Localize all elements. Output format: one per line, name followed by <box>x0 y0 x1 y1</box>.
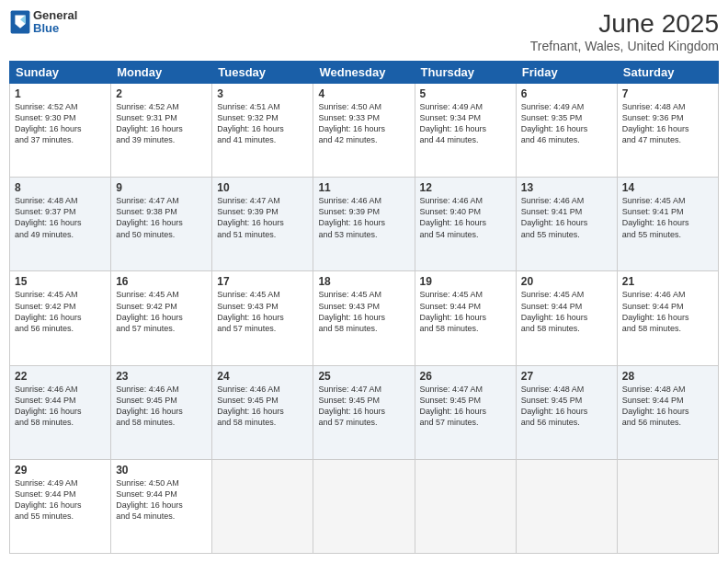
day-25: 25 Sunrise: 4:47 AMSunset: 9:45 PMDaylig… <box>313 365 415 459</box>
logo-general-text: General <box>33 9 77 22</box>
day-14: 14 Sunrise: 4:45 AMSunset: 9:41 PMDaylig… <box>617 178 718 271</box>
day-23: 23 Sunrise: 4:46 AMSunset: 9:45 PMDaylig… <box>111 365 212 459</box>
title-area: June 2025 Trefnant, Wales, United Kingdo… <box>530 9 719 53</box>
day-30: 30 Sunrise: 4:50 AMSunset: 9:44 PMDaylig… <box>111 459 212 553</box>
col-friday: Friday <box>516 62 617 84</box>
col-sunday: Sunday <box>10 62 111 84</box>
header: General Blue June 2025 Trefnant, Wales, … <box>9 9 719 53</box>
subtitle: Trefnant, Wales, United Kingdom <box>530 39 719 53</box>
day-19: 19 Sunrise: 4:45 AMSunset: 9:44 PMDaylig… <box>415 271 516 365</box>
day-3: 3 Sunrise: 4:51 AMSunset: 9:32 PMDayligh… <box>212 84 313 178</box>
day-empty-3 <box>415 459 516 553</box>
main-title: June 2025 <box>530 9 719 39</box>
col-tuesday: Tuesday <box>212 62 313 84</box>
col-saturday: Saturday <box>617 62 718 84</box>
day-18: 18 Sunrise: 4:45 AMSunset: 9:43 PMDaylig… <box>313 271 415 365</box>
day-2: 2 Sunrise: 4:52 AMSunset: 9:31 PMDayligh… <box>111 84 212 178</box>
day-15: 15 Sunrise: 4:45 AMSunset: 9:42 PMDaylig… <box>10 271 111 365</box>
day-empty-2 <box>313 459 415 553</box>
day-9: 9 Sunrise: 4:47 AMSunset: 9:38 PMDayligh… <box>111 178 212 271</box>
day-24: 24 Sunrise: 4:46 AMSunset: 9:45 PMDaylig… <box>212 365 313 459</box>
calendar-row-4: 22 Sunrise: 4:46 AMSunset: 9:44 PMDaylig… <box>10 365 719 459</box>
page: General Blue June 2025 Trefnant, Wales, … <box>0 0 728 563</box>
day-6: 6 Sunrise: 4:49 AMSunset: 9:35 PMDayligh… <box>516 84 617 178</box>
day-1: 1 Sunrise: 4:52 AMSunset: 9:30 PMDayligh… <box>10 84 111 178</box>
col-thursday: Thursday <box>415 62 516 84</box>
col-wednesday: Wednesday <box>313 62 415 84</box>
calendar-row-2: 8 Sunrise: 4:48 AMSunset: 9:37 PMDayligh… <box>10 178 719 271</box>
day-empty-1 <box>212 459 313 553</box>
day-17: 17 Sunrise: 4:45 AMSunset: 9:43 PMDaylig… <box>212 271 313 365</box>
calendar-row-1: 1 Sunrise: 4:52 AMSunset: 9:30 PMDayligh… <box>10 84 719 178</box>
calendar-row-3: 15 Sunrise: 4:45 AMSunset: 9:42 PMDaylig… <box>10 271 719 365</box>
day-26: 26 Sunrise: 4:47 AMSunset: 9:45 PMDaylig… <box>415 365 516 459</box>
logo-icon <box>9 9 31 35</box>
day-21: 21 Sunrise: 4:46 AMSunset: 9:44 PMDaylig… <box>617 271 718 365</box>
day-empty-4 <box>516 459 617 553</box>
day-20: 20 Sunrise: 4:45 AMSunset: 9:44 PMDaylig… <box>516 271 617 365</box>
day-16: 16 Sunrise: 4:45 AMSunset: 9:42 PMDaylig… <box>111 271 212 365</box>
day-8: 8 Sunrise: 4:48 AMSunset: 9:37 PMDayligh… <box>10 178 111 271</box>
day-22: 22 Sunrise: 4:46 AMSunset: 9:44 PMDaylig… <box>10 365 111 459</box>
day-29: 29 Sunrise: 4:49 AMSunset: 9:44 PMDaylig… <box>10 459 111 553</box>
day-7: 7 Sunrise: 4:48 AMSunset: 9:36 PMDayligh… <box>617 84 718 178</box>
day-11: 11 Sunrise: 4:46 AMSunset: 9:39 PMDaylig… <box>313 178 415 271</box>
logo: General Blue <box>9 9 77 36</box>
calendar-table: Sunday Monday Tuesday Wednesday Thursday… <box>9 61 719 554</box>
logo-blue-text: Blue <box>33 22 77 35</box>
logo-text: General Blue <box>33 9 77 36</box>
day-4: 4 Sunrise: 4:50 AMSunset: 9:33 PMDayligh… <box>313 84 415 178</box>
day-5: 5 Sunrise: 4:49 AMSunset: 9:34 PMDayligh… <box>415 84 516 178</box>
day-28: 28 Sunrise: 4:48 AMSunset: 9:44 PMDaylig… <box>617 365 718 459</box>
calendar-header-row: Sunday Monday Tuesday Wednesday Thursday… <box>10 62 719 84</box>
calendar-row-5: 29 Sunrise: 4:49 AMSunset: 9:44 PMDaylig… <box>10 459 719 553</box>
day-13: 13 Sunrise: 4:46 AMSunset: 9:41 PMDaylig… <box>516 178 617 271</box>
day-empty-5 <box>617 459 718 553</box>
col-monday: Monday <box>111 62 212 84</box>
day-12: 12 Sunrise: 4:46 AMSunset: 9:40 PMDaylig… <box>415 178 516 271</box>
day-10: 10 Sunrise: 4:47 AMSunset: 9:39 PMDaylig… <box>212 178 313 271</box>
day-27: 27 Sunrise: 4:48 AMSunset: 9:45 PMDaylig… <box>516 365 617 459</box>
